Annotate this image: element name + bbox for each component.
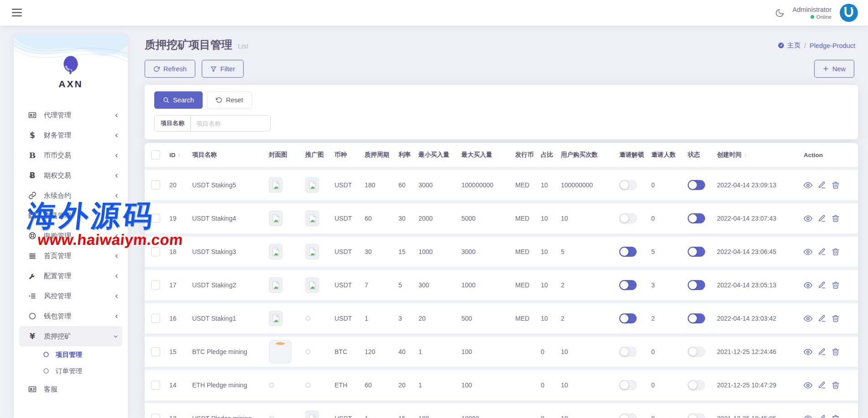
row-checkbox[interactable] [151,280,160,290]
sidebar-item-pledge[interactable]: ¥质押挖矿 [19,326,122,346]
sidebar-item-wallet[interactable]: 钱包管理 [14,306,128,326]
user-avatar[interactable] [840,4,858,22]
edit-icon[interactable] [818,381,826,390]
invite-unlock-toggle[interactable] [619,347,637,357]
row-actions [804,314,840,323]
refresh-button[interactable]: Refresh [145,60,195,78]
delete-icon[interactable] [831,381,840,390]
delete-icon[interactable] [831,181,840,190]
sidebar-item-config[interactable]: 配置管理 [14,266,128,286]
sidebar-item-finance[interactable]: $财务管理 [14,125,128,145]
delete-icon[interactable] [831,314,840,323]
sidebar-item-spot[interactable]: B币币交易 [14,145,128,165]
status-toggle[interactable] [688,380,705,390]
cell-created-time: 2022-04-14 23:09:13 [717,181,804,189]
edit-icon[interactable] [818,414,826,418]
cell-coin: USDT [335,215,365,222]
view-icon[interactable] [804,348,812,356]
new-button[interactable]: New [814,60,854,78]
circle-icon [27,312,37,320]
cell-invites: 0 [651,381,688,389]
row-checkbox[interactable] [151,314,160,323]
invite-unlock-toggle[interactable] [619,180,637,190]
view-icon[interactable] [804,248,812,256]
row-checkbox[interactable] [151,347,160,356]
delete-icon[interactable] [831,414,840,418]
view-icon[interactable] [804,281,812,290]
status-toggle[interactable] [688,413,705,418]
invite-unlock-toggle[interactable] [619,247,637,257]
status-toggle[interactable] [688,347,705,357]
edit-icon[interactable] [818,348,826,356]
data-table-card: ID↑项目名称封面图推广图币种质押周期利率最小买入量最大买入量发行币占比用户购买… [145,143,858,418]
invite-unlock-toggle[interactable] [619,213,637,223]
cell-project-name: USDT Pledge mining [192,415,269,418]
view-icon[interactable] [804,314,812,323]
edit-icon[interactable] [818,248,826,256]
edit-icon[interactable] [818,181,826,190]
cell-ratio: 10 [541,248,561,255]
sidebar-item-trade[interactable]: 交易管理 [14,206,128,226]
edit-icon[interactable] [818,214,826,223]
invite-unlock-toggle[interactable] [619,380,637,390]
status-toggle[interactable] [688,180,705,190]
promo-image-dot [305,382,311,388]
breadcrumb-current[interactable]: Pledge-Product [810,42,855,49]
refresh-icon [153,66,160,72]
row-checkbox[interactable] [151,381,160,390]
brand-logo-icon [63,55,79,74]
dark-mode-moon-icon[interactable] [775,8,784,18]
status-toggle[interactable] [688,280,705,290]
delete-icon[interactable] [831,281,840,290]
col-header-status: 状态 [688,151,717,159]
status-toggle[interactable] [688,247,705,257]
status-toggle[interactable] [688,213,705,223]
view-icon[interactable] [804,181,812,190]
status-toggle[interactable] [688,313,705,323]
invite-unlock-toggle[interactable] [619,280,637,290]
cell-min-buy: 300 [418,281,461,289]
sidebar-subitem-project[interactable]: 项目管理 [14,346,128,363]
sidebar-item-agent[interactable]: 代理管理 [14,105,128,125]
select-all-checkbox[interactable] [151,150,160,159]
project-name-input-group: 项目名称 [154,115,271,132]
project-name-input[interactable] [191,116,270,131]
filter-button[interactable]: Filter [202,60,244,78]
search-button[interactable]: Search [154,91,203,109]
delete-icon[interactable] [831,248,840,256]
lifering-icon [27,232,37,240]
chevron-left-icon [114,253,120,259]
row-checkbox[interactable] [151,214,160,223]
cell-id: 14 [169,381,192,389]
invite-unlock-toggle[interactable] [619,313,637,323]
delete-icon[interactable] [831,214,840,223]
sidebar-item-risk[interactable]: 风控管理 [14,286,128,306]
chevron-left-icon [114,213,120,219]
reset-button[interactable]: Reset [207,91,252,109]
sidebar-item-subscribe[interactable]: 申购管理 [14,226,128,246]
row-checkbox[interactable] [151,414,160,418]
cell-created-time: 2022-04-14 23:06:45 [717,248,804,255]
row-checkbox[interactable] [151,180,160,190]
view-icon[interactable] [804,214,812,223]
user-block[interactable]: Administrator Online [793,5,831,21]
breadcrumb-home-link[interactable]: 主页 [778,41,800,50]
edit-icon[interactable] [818,314,826,323]
invite-unlock-toggle[interactable] [619,413,637,418]
delete-icon[interactable] [831,348,840,356]
online-status-dot [810,15,814,19]
col-header-id[interactable]: ID↑ [169,152,192,159]
row-checkbox[interactable] [151,247,160,256]
view-icon[interactable] [804,381,812,390]
sidebar-item-support[interactable]: 客服 [14,379,128,399]
sidebar-item-homepage[interactable]: 首页管理 [14,246,128,266]
edit-icon[interactable] [818,281,826,290]
sidebar-subitem-order[interactable]: 订单管理 [14,363,128,379]
cell-issue-coin: MED [515,181,541,189]
view-icon[interactable] [804,414,812,418]
cell-invites: 2 [651,315,688,322]
hamburger-menu-icon[interactable] [12,9,22,17]
col-header-created[interactable]: 创建时间↑ [717,151,804,159]
sidebar-item-options[interactable]: Ƀ期权交易 [14,165,128,185]
sidebar-item-perpetual[interactable]: 永续合约 [14,185,128,206]
